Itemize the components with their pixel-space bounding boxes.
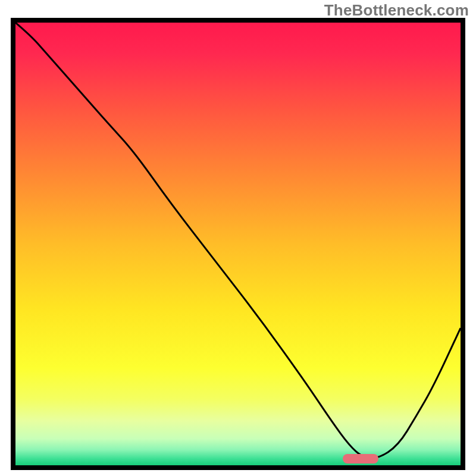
chart-frame [11,18,465,470]
watermark: TheBottleneck.com [324,1,469,20]
optimal-point-marker [343,454,378,464]
bottleneck-curve [15,23,461,465]
